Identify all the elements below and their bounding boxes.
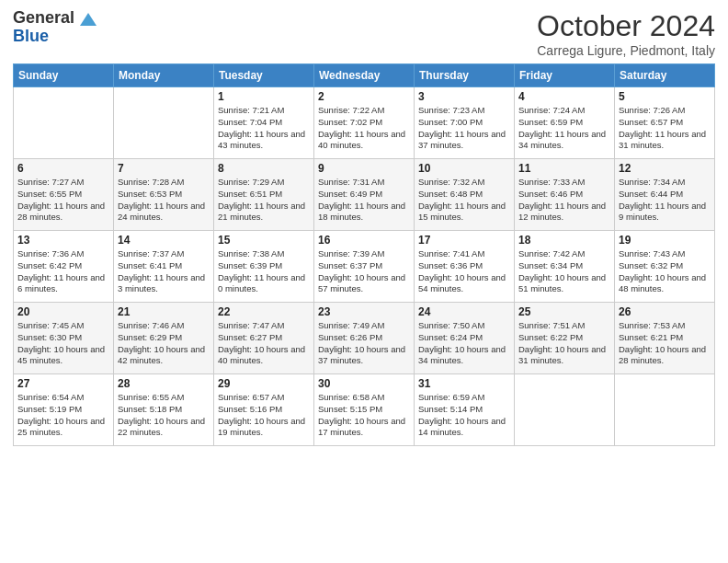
table-cell: 17Sunrise: 7:41 AM Sunset: 6:36 PM Dayli…	[415, 231, 515, 303]
header-sunday: Sunday	[14, 64, 114, 87]
day-number: 16	[318, 234, 410, 247]
week-row-3: 20Sunrise: 7:45 AM Sunset: 6:30 PM Dayli…	[14, 303, 715, 374]
table-cell: 1Sunrise: 7:21 AM Sunset: 7:04 PM Daylig…	[214, 87, 314, 159]
day-info: Sunrise: 7:22 AM Sunset: 7:02 PM Dayligh…	[318, 105, 410, 152]
day-number: 1	[218, 90, 310, 103]
day-number: 8	[218, 162, 310, 175]
day-info: Sunrise: 7:49 AM Sunset: 6:26 PM Dayligh…	[318, 320, 410, 367]
table-cell: 3Sunrise: 7:23 AM Sunset: 7:00 PM Daylig…	[415, 87, 515, 159]
table-cell: 22Sunrise: 7:47 AM Sunset: 6:27 PM Dayli…	[214, 303, 314, 374]
table-cell: 12Sunrise: 7:34 AM Sunset: 6:44 PM Dayli…	[615, 159, 715, 231]
table-cell	[14, 87, 114, 159]
day-number: 13	[17, 234, 109, 247]
day-number: 17	[418, 234, 510, 247]
table-cell: 5Sunrise: 7:26 AM Sunset: 6:57 PM Daylig…	[615, 87, 715, 159]
day-info: Sunrise: 7:43 AM Sunset: 6:32 PM Dayligh…	[619, 248, 711, 295]
day-number: 21	[118, 305, 210, 318]
logo-triangle-icon	[80, 13, 97, 26]
day-info: Sunrise: 6:59 AM Sunset: 5:14 PM Dayligh…	[418, 392, 510, 439]
logo-blue-text: Blue	[13, 27, 49, 45]
table-cell: 9Sunrise: 7:31 AM Sunset: 6:49 PM Daylig…	[314, 159, 415, 231]
table-cell: 11Sunrise: 7:33 AM Sunset: 6:46 PM Dayli…	[515, 159, 615, 231]
logo-general-text: General	[13, 8, 74, 27]
day-number: 5	[619, 90, 711, 103]
day-info: Sunrise: 7:41 AM Sunset: 6:36 PM Dayligh…	[418, 248, 510, 295]
header-tuesday: Tuesday	[214, 64, 314, 87]
day-info: Sunrise: 7:36 AM Sunset: 6:42 PM Dayligh…	[17, 248, 109, 295]
day-number: 19	[619, 234, 711, 247]
day-info: Sunrise: 7:47 AM Sunset: 6:27 PM Dayligh…	[218, 320, 310, 367]
table-cell: 15Sunrise: 7:38 AM Sunset: 6:39 PM Dayli…	[214, 231, 314, 303]
day-number: 23	[318, 305, 410, 318]
day-info: Sunrise: 7:50 AM Sunset: 6:24 PM Dayligh…	[418, 320, 510, 367]
day-info: Sunrise: 7:21 AM Sunset: 7:04 PM Dayligh…	[218, 105, 310, 152]
table-cell: 18Sunrise: 7:42 AM Sunset: 6:34 PM Dayli…	[515, 231, 615, 303]
day-number: 31	[418, 377, 510, 390]
day-info: Sunrise: 7:28 AM Sunset: 6:53 PM Dayligh…	[118, 177, 210, 224]
day-info: Sunrise: 7:46 AM Sunset: 6:29 PM Dayligh…	[118, 320, 210, 367]
week-row-2: 13Sunrise: 7:36 AM Sunset: 6:42 PM Dayli…	[14, 231, 715, 303]
day-info: Sunrise: 7:51 AM Sunset: 6:22 PM Dayligh…	[518, 320, 610, 367]
day-number: 7	[118, 162, 210, 175]
day-number: 22	[218, 305, 310, 318]
logo: General Blue	[13, 9, 97, 46]
day-number: 28	[118, 377, 210, 390]
table-cell: 13Sunrise: 7:36 AM Sunset: 6:42 PM Dayli…	[14, 231, 114, 303]
table-cell: 16Sunrise: 7:39 AM Sunset: 6:37 PM Dayli…	[314, 231, 415, 303]
table-cell: 25Sunrise: 7:51 AM Sunset: 6:22 PM Dayli…	[515, 303, 615, 374]
month-title: October 2024	[537, 9, 715, 43]
table-cell: 8Sunrise: 7:29 AM Sunset: 6:51 PM Daylig…	[214, 159, 314, 231]
page-container: General Blue October 2024 Carrega Ligure…	[0, 0, 728, 455]
table-cell: 19Sunrise: 7:43 AM Sunset: 6:32 PM Dayli…	[615, 231, 715, 303]
day-number: 18	[518, 234, 610, 247]
table-cell	[615, 374, 715, 446]
day-info: Sunrise: 7:23 AM Sunset: 7:00 PM Dayligh…	[418, 105, 510, 152]
day-number: 29	[218, 377, 310, 390]
table-cell: 20Sunrise: 7:45 AM Sunset: 6:30 PM Dayli…	[14, 303, 114, 374]
day-info: Sunrise: 7:27 AM Sunset: 6:55 PM Dayligh…	[17, 177, 109, 224]
day-info: Sunrise: 7:33 AM Sunset: 6:46 PM Dayligh…	[518, 177, 610, 224]
table-cell	[114, 87, 214, 159]
header-friday: Friday	[515, 64, 615, 87]
table-cell: 10Sunrise: 7:32 AM Sunset: 6:48 PM Dayli…	[415, 159, 515, 231]
table-cell	[515, 374, 615, 446]
day-info: Sunrise: 7:26 AM Sunset: 6:57 PM Dayligh…	[619, 105, 711, 152]
table-cell: 30Sunrise: 6:58 AM Sunset: 5:15 PM Dayli…	[314, 374, 415, 446]
week-row-0: 1Sunrise: 7:21 AM Sunset: 7:04 PM Daylig…	[14, 87, 715, 159]
header-thursday: Thursday	[415, 64, 515, 87]
day-number: 26	[619, 305, 711, 318]
day-number: 15	[218, 234, 310, 247]
day-info: Sunrise: 7:53 AM Sunset: 6:21 PM Dayligh…	[619, 320, 711, 367]
day-number: 14	[118, 234, 210, 247]
day-info: Sunrise: 6:57 AM Sunset: 5:16 PM Dayligh…	[218, 392, 310, 439]
calendar-table: Sunday Monday Tuesday Wednesday Thursday…	[13, 63, 715, 446]
header-saturday: Saturday	[615, 64, 715, 87]
table-cell: 27Sunrise: 6:54 AM Sunset: 5:19 PM Dayli…	[14, 374, 114, 446]
day-info: Sunrise: 6:58 AM Sunset: 5:15 PM Dayligh…	[318, 392, 410, 439]
header: General Blue October 2024 Carrega Ligure…	[13, 9, 715, 58]
table-cell: 21Sunrise: 7:46 AM Sunset: 6:29 PM Dayli…	[114, 303, 214, 374]
day-number: 12	[619, 162, 711, 175]
day-number: 24	[418, 305, 510, 318]
day-number: 10	[418, 162, 510, 175]
table-cell: 14Sunrise: 7:37 AM Sunset: 6:41 PM Dayli…	[114, 231, 214, 303]
day-info: Sunrise: 7:39 AM Sunset: 6:37 PM Dayligh…	[318, 248, 410, 295]
header-wednesday: Wednesday	[314, 64, 415, 87]
table-cell: 28Sunrise: 6:55 AM Sunset: 5:18 PM Dayli…	[114, 374, 214, 446]
title-area: October 2024 Carrega Ligure, Piedmont, I…	[537, 9, 715, 58]
day-number: 25	[518, 305, 610, 318]
table-cell: 31Sunrise: 6:59 AM Sunset: 5:14 PM Dayli…	[415, 374, 515, 446]
day-info: Sunrise: 7:37 AM Sunset: 6:41 PM Dayligh…	[118, 248, 210, 295]
day-number: 30	[318, 377, 410, 390]
week-row-4: 27Sunrise: 6:54 AM Sunset: 5:19 PM Dayli…	[14, 374, 715, 446]
header-monday: Monday	[114, 64, 214, 87]
day-info: Sunrise: 7:31 AM Sunset: 6:49 PM Dayligh…	[318, 177, 410, 224]
logo-top: General	[13, 9, 97, 28]
day-info: Sunrise: 6:54 AM Sunset: 5:19 PM Dayligh…	[17, 392, 109, 439]
day-info: Sunrise: 7:42 AM Sunset: 6:34 PM Dayligh…	[518, 248, 610, 295]
table-cell: 23Sunrise: 7:49 AM Sunset: 6:26 PM Dayli…	[314, 303, 415, 374]
location-title: Carrega Ligure, Piedmont, Italy	[537, 43, 715, 58]
table-cell: 6Sunrise: 7:27 AM Sunset: 6:55 PM Daylig…	[14, 159, 114, 231]
day-info: Sunrise: 7:45 AM Sunset: 6:30 PM Dayligh…	[17, 320, 109, 367]
day-info: Sunrise: 7:24 AM Sunset: 6:59 PM Dayligh…	[518, 105, 610, 152]
